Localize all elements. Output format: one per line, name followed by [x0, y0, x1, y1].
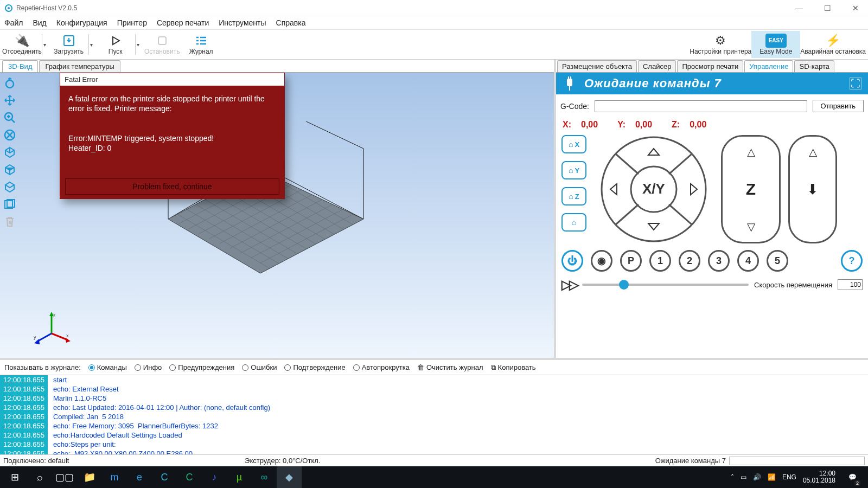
help-button[interactable]: ? [841, 250, 863, 272]
windows-taskbar: ⊞ ⌕ ▢▢ 📁 m e C C ♪ µ ∞ ◆ ˄ ▭ 🔊 📶 ENG 12:… [0, 466, 868, 488]
run-dropdown[interactable]: ▾ [137, 42, 143, 48]
task-edge[interactable]: e [127, 466, 152, 488]
main-toolbar: 🔌 Отсоединить ▾ Загрузить ▾ Пуск ▾ Остан… [0, 30, 868, 60]
log-clear-button[interactable]: 🗑Очистить журнал [417, 363, 483, 371]
home-y-button[interactable]: ⌂Y [561, 161, 586, 179]
gcode-input[interactable] [595, 100, 807, 112]
top-view-tool[interactable] [1, 179, 18, 195]
rotate-tool[interactable] [1, 75, 18, 91]
tray-volume-icon[interactable]: 🔊 [753, 473, 761, 481]
task-repetier[interactable]: ◆ [277, 466, 302, 488]
log-filter-errors[interactable]: Ошибки [242, 363, 277, 371]
tab-slicer[interactable]: Слайсер [638, 60, 676, 72]
speed-label: Скорость перемещения [754, 281, 832, 289]
trash-tool[interactable] [1, 214, 18, 230]
menu-printserver[interactable]: Сервер печати [157, 18, 209, 27]
load-button[interactable]: Загрузить [49, 31, 88, 58]
tab-sdcard[interactable]: SD-карта [794, 60, 834, 72]
disconnect-dropdown[interactable]: ▾ [43, 42, 49, 48]
taskview-button[interactable]: ▢▢ [52, 466, 77, 488]
viewport-3d[interactable]: zxy Fatal Error A fatal error on the pri… [0, 73, 554, 358]
iso-view-tool[interactable] [1, 144, 18, 160]
tray-chevron-icon[interactable]: ˄ [731, 473, 734, 481]
status-connection: Подключено: default [3, 457, 69, 465]
home-x-button[interactable]: ⌂X [561, 135, 586, 153]
window-maximize-button[interactable]: ☐ [819, 4, 835, 12]
parallel-icon[interactable] [1, 196, 18, 213]
svg-text:x: x [66, 333, 69, 338]
log-filter-ack[interactable]: Подтверждение [284, 363, 345, 371]
macro-3-button[interactable]: 3 [708, 250, 730, 272]
tray-battery-icon[interactable]: ▭ [741, 473, 746, 481]
printer-settings-button[interactable]: ⚙ Настройки принтера [690, 31, 751, 58]
home-icon: ⌂ [569, 166, 573, 175]
gcode-send-button[interactable]: Отправить [813, 100, 864, 112]
log-output[interactable]: 12:00:18.655start12:00:18.655echo: Exter… [0, 375, 868, 454]
menu-view[interactable]: Вид [33, 18, 46, 27]
log-filter-label: Показывать в журнале: [4, 363, 81, 371]
task-app-c1[interactable]: C [152, 466, 177, 488]
home-z-button[interactable]: ⌂Z [561, 187, 586, 206]
task-explorer[interactable]: 📁 [77, 466, 102, 488]
search-button[interactable]: ⌕ [27, 466, 52, 488]
power-button[interactable]: ⏻ [561, 250, 583, 272]
tab-temperature[interactable]: График температуры [39, 60, 120, 72]
log-copy-button[interactable]: ⧉Копировать [491, 363, 536, 372]
task-utorrent[interactable]: µ [227, 466, 252, 488]
log-button[interactable]: Журнал [182, 31, 221, 58]
load-dropdown[interactable]: ▾ [90, 42, 96, 48]
tab-preview[interactable]: Просмотр печати [677, 60, 743, 72]
window-minimize-button[interactable]: — [791, 4, 807, 12]
menu-tools[interactable]: Инструменты [219, 18, 266, 27]
front-view-tool[interactable] [1, 162, 18, 178]
expand-button[interactable]: ⛶ [850, 78, 861, 89]
z-jog-pad[interactable]: △ Z ▽ [721, 135, 781, 243]
task-arduino[interactable]: ∞ [252, 466, 277, 488]
menu-printer[interactable]: Принтер [117, 18, 147, 27]
log-filter-autoscroll[interactable]: Автопрокрутка [353, 363, 410, 371]
load-icon [62, 34, 75, 48]
menu-file[interactable]: Файл [4, 18, 23, 27]
run-button[interactable]: Пуск [96, 31, 135, 58]
disconnect-button[interactable]: 🔌 Отсоединить [2, 31, 42, 58]
log-filter-commands[interactable]: Команды [88, 363, 127, 371]
window-close-button[interactable]: ✕ [847, 4, 864, 12]
move-tool[interactable] [1, 92, 18, 108]
tray-lang[interactable]: ENG [782, 473, 796, 481]
menu-help[interactable]: Справка [276, 18, 306, 27]
tab-placement[interactable]: Размещение объекта [557, 60, 637, 72]
position-readout: X:0,00 Y:0,00 Z:0,00 [556, 118, 868, 135]
speed-slider[interactable] [582, 284, 749, 286]
zoom-tool[interactable] [1, 110, 18, 126]
task-app-c2[interactable]: C [177, 466, 202, 488]
home-all-button[interactable]: ⌂ [561, 213, 586, 232]
log-filter-info[interactable]: Инфо [135, 363, 162, 371]
task-app-blue[interactable]: ♪ [202, 466, 227, 488]
xy-jog-pad[interactable]: X/Y [594, 135, 713, 243]
log-filter-warnings[interactable]: Предупреждения [169, 363, 234, 371]
control-panel: Ожидание команды 7 ⛶ G-Code: Отправить X… [556, 73, 868, 358]
macro-2-button[interactable]: 2 [679, 250, 700, 272]
park-button[interactable]: P [620, 250, 642, 272]
tab-control[interactable]: Управление [744, 60, 793, 72]
macro-1-button[interactable]: 1 [649, 250, 671, 272]
menu-config[interactable]: Конфигурация [56, 18, 107, 27]
fatal-continue-button[interactable]: Problem fixed, continue [65, 178, 279, 195]
speed-input[interactable] [838, 279, 863, 290]
start-button[interactable]: ⊞ [2, 466, 27, 488]
reset-view-tool[interactable] [1, 127, 18, 143]
extruder-jog-pad[interactable]: △ ⬇ ▽ [788, 135, 837, 243]
tray-clock[interactable]: 12:0005.01.2018 [803, 470, 835, 484]
svg-point-1 [8, 7, 10, 9]
tab-3d-view[interactable]: 3D-Вид [2, 60, 38, 72]
camera-button[interactable]: ◉ [591, 250, 612, 272]
macro-4-button[interactable]: 4 [737, 250, 759, 272]
task-maxthon[interactable]: m [102, 466, 127, 488]
gear-icon: ⚙ [715, 34, 726, 48]
emergency-stop-button[interactable]: ⚡ Аварийная остановка [800, 31, 866, 58]
easy-mode-button[interactable]: EASY Easy Mode [751, 31, 800, 58]
axis-indicator: zxy [33, 312, 71, 344]
tray-notifications[interactable]: 💬2 [842, 466, 863, 488]
macro-5-button[interactable]: 5 [767, 250, 788, 272]
tray-wifi-icon[interactable]: 📶 [768, 473, 776, 481]
